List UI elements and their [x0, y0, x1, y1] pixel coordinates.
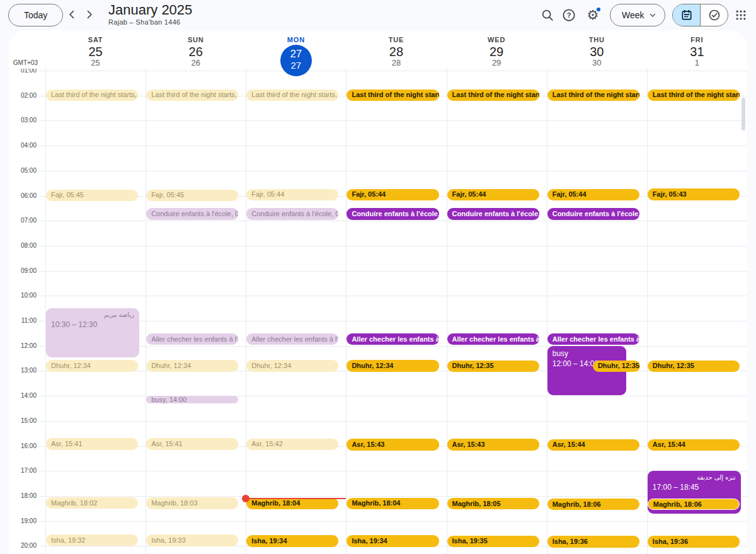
view-selector[interactable]: Week	[610, 4, 665, 26]
day-header-sat[interactable]: SAT2525	[45, 30, 146, 69]
event-maghrib[interactable]: Maghrib, 18:06	[648, 499, 740, 510]
event-maghrib[interactable]: Maghrib, 18:03	[146, 497, 238, 509]
event-isha[interactable]: Isha, 19:34	[346, 535, 438, 546]
event-asr[interactable]: Asr, 15:43	[346, 439, 438, 450]
event-isha[interactable]: Isha, 19:35	[447, 536, 539, 547]
event-isha[interactable]: Isha, 19:36	[648, 536, 740, 547]
event-conduire[interactable]: Conduire enfants à l'école, 06	[547, 208, 639, 219]
date-number: 29	[447, 45, 547, 59]
hour-label: 02:00	[9, 92, 37, 99]
event-isha[interactable]: Isha, 19:34	[246, 535, 338, 546]
prev-week-button[interactable]	[62, 5, 81, 24]
day-column-thu: Last third of the night starts, 01:5Fajr…	[547, 66, 647, 554]
event-last-third[interactable]: Last third of the night starts, 01:5	[46, 89, 138, 101]
event-fajr[interactable]: Fajr, 05:44	[447, 189, 539, 200]
event-maghrib[interactable]: Maghrib, 18:05	[447, 498, 539, 509]
date-number: 30	[547, 45, 647, 59]
event-last-third[interactable]: Last third of the night starts, 01:5	[346, 89, 438, 101]
day-of-week-label: THU	[547, 36, 647, 43]
event-conduire[interactable]: Conduire enfants à l'école, 06	[346, 208, 438, 219]
date-number: 26	[146, 45, 246, 59]
event-title: رياضة مريم	[51, 311, 134, 319]
apps-grid-button[interactable]	[730, 4, 752, 26]
event-dhuhr[interactable]: Dhuhr, 12:35	[648, 361, 740, 372]
event-aller-chercher[interactable]: Aller checher les enfants à l'éc	[246, 333, 338, 345]
event-isha[interactable]: Isha, 19:33	[146, 534, 238, 546]
day-header-mon[interactable]: MON2727	[246, 30, 346, 69]
current-time-dot	[242, 495, 249, 502]
event-asr[interactable]: Asr, 15:41	[146, 438, 238, 449]
hijri-subtitle: Rajab – Sha'ban 1446	[108, 18, 192, 26]
event-fajr[interactable]: Fajr, 05:44	[346, 189, 438, 200]
event-busy[interactable]: busy, 14:00	[146, 396, 238, 403]
event-last-third[interactable]: Last third of the night starts, 01:5	[447, 89, 539, 101]
hijri-date-number: 25	[45, 59, 146, 67]
event-dhuhr[interactable]: Dhuhr, 12:35	[593, 361, 640, 372]
hijri-date-number: 30	[547, 59, 647, 67]
event-aller-chercher[interactable]: Aller checher les enfants à l'éc	[146, 333, 238, 345]
day-numbers: 311	[647, 45, 747, 67]
event-conduire[interactable]: Conduire enfants à l'école, 06	[146, 208, 238, 219]
scrollbar-thumb[interactable]	[742, 98, 745, 130]
tasks-view-toggle[interactable]	[701, 4, 728, 26]
day-numbers: 3030	[547, 45, 647, 67]
search-icon	[541, 8, 554, 22]
today-button[interactable]: Today	[8, 4, 63, 26]
event-isha[interactable]: Isha, 19:36	[547, 536, 639, 547]
hour-label: 10:00	[9, 292, 37, 299]
search-button[interactable]	[536, 4, 559, 26]
event-last-third[interactable]: Last third of the night starts, 01:5	[146, 89, 238, 101]
event-maghrib[interactable]: Maghrib, 18:04	[246, 498, 338, 509]
event-conduire[interactable]: Conduire enfants à l'école, 06	[246, 208, 338, 219]
event-last-third[interactable]: Last third of the night starts, 01:5	[246, 89, 338, 101]
day-header-thu[interactable]: THU3030	[547, 30, 647, 69]
event-maghrib[interactable]: Maghrib, 18:02	[46, 497, 138, 509]
event-maghrib[interactable]: Maghrib, 18:04	[346, 498, 438, 509]
help-button[interactable]: ?	[558, 4, 580, 26]
calendar-view-toggle[interactable]	[673, 4, 701, 26]
hour-label: 05:00	[9, 167, 37, 174]
event-dhuhr[interactable]: Dhuhr, 12:34	[246, 360, 338, 371]
event-last-third[interactable]: Last third of the night starts, 01:5	[547, 89, 639, 101]
svg-text:?: ?	[567, 11, 571, 19]
event-dhuhr[interactable]: Dhuhr, 12:34	[146, 360, 238, 371]
event-asr[interactable]: Asr, 15:43	[447, 439, 539, 450]
event-fajr[interactable]: Fajr, 05:45	[46, 190, 138, 201]
day-header-tue[interactable]: TUE2828	[346, 30, 446, 69]
event-aller-chercher[interactable]: Aller checher les enfants à l'éc	[346, 333, 438, 345]
event-fajr[interactable]: Fajr, 05:45	[146, 190, 238, 201]
event-asr[interactable]: Asr, 15:42	[246, 439, 338, 450]
event-conduire[interactable]: Conduire enfants à l'école, 06	[447, 208, 539, 219]
event-isha[interactable]: Isha, 19:32	[46, 534, 138, 546]
day-of-week-label: SUN	[146, 36, 246, 43]
event-dhuhr[interactable]: Dhuhr, 12:35	[447, 361, 539, 372]
hijri-date-number: 1	[647, 59, 747, 67]
day-header-sun[interactable]: SUN2626	[146, 30, 246, 69]
event-fajr[interactable]: Fajr, 05:44	[246, 189, 338, 200]
event-fajr[interactable]: Fajr, 05:43	[648, 188, 740, 200]
event-riyada-maryam[interactable]: رياضة مريم10:30 – 12:30	[46, 308, 139, 357]
event-aller-chercher[interactable]: Aller checher les enfants à l'éc	[447, 333, 539, 345]
hijri-date-number: 26	[146, 59, 246, 67]
next-week-button[interactable]	[80, 5, 99, 24]
day-column-wed: Last third of the night starts, 01:5Fajr…	[447, 66, 547, 554]
event-aller-chercher[interactable]: Aller checher les enfants à l'éc	[547, 333, 639, 345]
day-header-fri[interactable]: FRI311	[647, 30, 747, 69]
topbar: Today January 2025 Rajab – Sha'ban 1446 …	[0, 0, 756, 30]
day-header-wed[interactable]: WED2929	[447, 30, 547, 69]
hour-label: 17:00	[9, 467, 37, 474]
day-of-week-label: FRI	[647, 36, 747, 43]
event-asr[interactable]: Asr, 15:44	[547, 439, 639, 451]
event-fajr[interactable]: Fajr, 05:44	[547, 189, 639, 200]
hour-label: 16:00	[9, 442, 37, 449]
settings-button[interactable]: ⚙	[581, 4, 604, 26]
event-title: تنزه إلى حديقة	[653, 474, 736, 482]
hijri-date-number: 29	[447, 59, 547, 67]
event-last-third[interactable]: Last third of the night starts, 01:5	[648, 89, 740, 101]
page-title: January 2025	[108, 3, 192, 18]
event-maghrib[interactable]: Maghrib, 18:06	[547, 499, 639, 510]
event-asr[interactable]: Asr, 15:41	[46, 438, 138, 449]
event-dhuhr[interactable]: Dhuhr, 12:34	[46, 360, 138, 371]
event-dhuhr[interactable]: Dhuhr, 12:34	[346, 360, 438, 371]
event-asr[interactable]: Asr, 15:44	[648, 439, 740, 451]
